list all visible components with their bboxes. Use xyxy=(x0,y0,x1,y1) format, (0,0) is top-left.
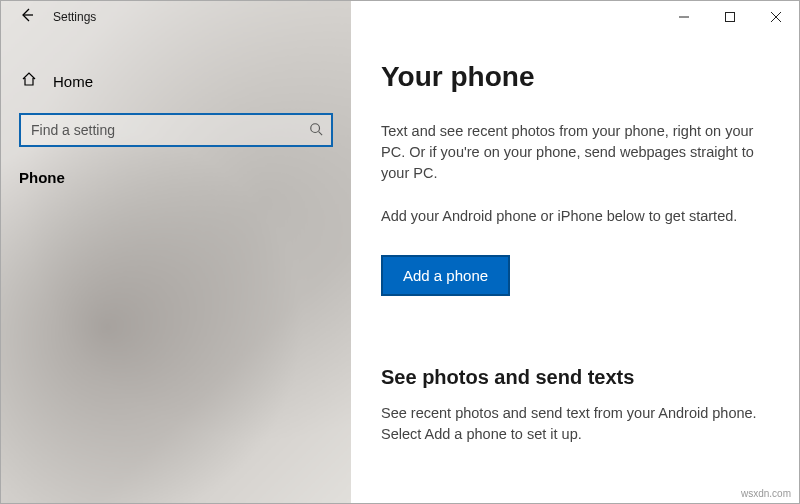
search-input[interactable] xyxy=(29,121,309,139)
page-title: Your phone xyxy=(381,61,769,93)
svg-rect-4 xyxy=(726,13,735,22)
window-controls xyxy=(661,1,799,33)
search-box[interactable] xyxy=(19,113,333,147)
settings-window: Settings Home Phone xyxy=(0,0,800,504)
search-icon xyxy=(309,122,323,139)
page-description-2: Add your Android phone or iPhone below t… xyxy=(381,206,769,227)
content-pane: Your phone Text and see recent photos fr… xyxy=(351,1,799,503)
svg-line-2 xyxy=(319,131,323,135)
maximize-button[interactable] xyxy=(707,1,753,33)
section-title: See photos and send texts xyxy=(381,366,769,389)
nav-home[interactable]: Home xyxy=(1,61,351,101)
add-phone-button[interactable]: Add a phone xyxy=(381,255,510,296)
sidebar-item-phone[interactable]: Phone xyxy=(1,169,351,186)
sidebar-item-label: Phone xyxy=(19,169,65,186)
titlebar: Settings xyxy=(1,1,351,33)
window-title: Settings xyxy=(47,10,96,24)
minimize-button[interactable] xyxy=(661,1,707,33)
section-description: See recent photos and send text from you… xyxy=(381,403,769,445)
watermark: wsxdn.com xyxy=(741,488,791,499)
back-button[interactable] xyxy=(7,1,47,33)
svg-point-1 xyxy=(311,123,320,132)
close-button[interactable] xyxy=(753,1,799,33)
search-container xyxy=(19,113,333,147)
add-phone-button-label: Add a phone xyxy=(403,267,488,284)
sidebar: Settings Home Phone xyxy=(1,1,351,503)
nav-home-label: Home xyxy=(53,73,93,90)
page-description-1: Text and see recent photos from your pho… xyxy=(381,121,769,184)
back-arrow-icon xyxy=(19,7,35,27)
home-icon xyxy=(19,71,39,91)
